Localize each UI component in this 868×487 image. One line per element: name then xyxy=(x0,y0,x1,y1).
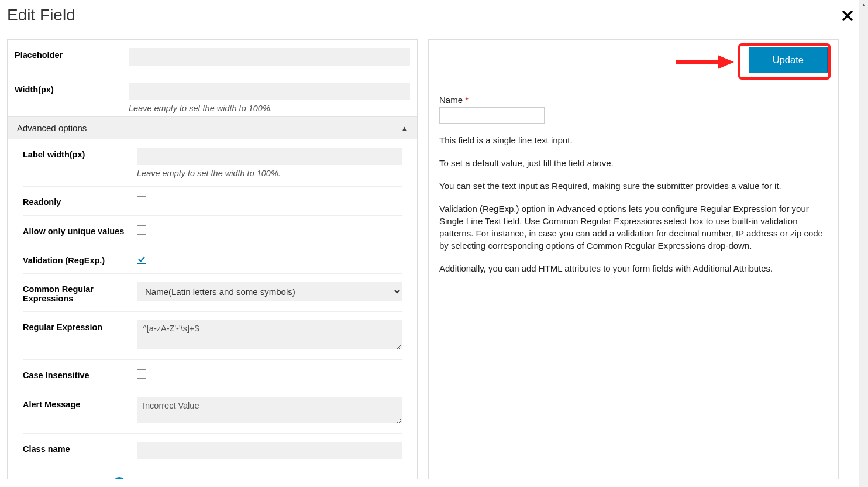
annotation-arrow-icon xyxy=(676,54,734,70)
modal-body: Placeholder Width(px) Leave empty to set… xyxy=(0,32,868,486)
common-regex-select[interactable]: Name(Latin letters and some symbols) xyxy=(137,282,402,301)
validation-checkbox[interactable] xyxy=(137,255,146,264)
alert-label: Alert Message xyxy=(23,397,137,409)
update-row: Update xyxy=(439,47,828,84)
readonly-checkbox[interactable] xyxy=(137,196,146,205)
placeholder-label: Placeholder xyxy=(15,48,129,60)
label-width-label: Label width(px) xyxy=(23,148,137,159)
label-width-hint: Leave empty to set the width to 100%. xyxy=(137,169,402,178)
required-star-icon: * xyxy=(465,95,469,105)
validation-row: Validation (RegExp.) xyxy=(23,245,402,274)
regex-input[interactable]: ^[a-zA-Z'-'\s]+$ xyxy=(137,320,402,349)
advanced-options-content: Label width(px) Leave empty to set the w… xyxy=(8,139,417,479)
help-text-1: This field is a single line text input. xyxy=(439,134,828,146)
advanced-options-toggle[interactable]: Advanced options ▲ xyxy=(8,116,417,139)
readonly-label: Readonly xyxy=(23,195,137,207)
common-regex-row: Common Regular Expressions Name(Latin le… xyxy=(23,274,402,312)
unique-row: Allow only unique values xyxy=(23,216,402,245)
class-row: Class name xyxy=(23,434,402,468)
preview-field-label: Name * xyxy=(439,95,828,105)
update-button[interactable]: Update xyxy=(749,47,828,73)
class-input[interactable] xyxy=(137,442,402,459)
svg-point-0 xyxy=(113,477,126,479)
help-text-4: Validation (RegExp.) option in Advanced … xyxy=(439,203,828,252)
alert-row: Alert Message Incorrect Value xyxy=(23,389,402,434)
common-regex-label: Common Regular Expressions xyxy=(23,282,137,303)
form-settings-panel: Placeholder Width(px) Leave empty to set… xyxy=(7,39,418,479)
help-text-5: Additionally, you can add HTML attribute… xyxy=(439,262,828,275)
advanced-options-label: Advanced options xyxy=(17,123,87,133)
width-label: Width(px) xyxy=(15,83,129,94)
case-checkbox[interactable] xyxy=(137,369,146,379)
label-width-input[interactable] xyxy=(137,148,402,165)
regex-label: Regular Expression xyxy=(23,320,137,332)
validation-label: Validation (RegExp.) xyxy=(23,253,137,265)
regex-row: Regular Expression ^[a-zA-Z'-'\s]+$ xyxy=(23,312,402,360)
close-icon[interactable] xyxy=(840,8,855,26)
label-width-row: Label width(px) Leave empty to set the w… xyxy=(23,139,402,187)
chevron-up-icon: ▲ xyxy=(401,125,408,132)
preview-panel: Update Name * This field is a single lin… xyxy=(428,39,839,479)
placeholder-input[interactable] xyxy=(129,48,410,66)
form-settings-scroll[interactable]: Placeholder Width(px) Leave empty to set… xyxy=(8,40,417,479)
help-text-2: To set a default value, just fill the fi… xyxy=(439,157,828,169)
readonly-row: Readonly xyxy=(23,187,402,216)
unique-label: Allow only unique values xyxy=(23,224,137,236)
page-scrollbar[interactable]: ▲ xyxy=(859,0,868,487)
placeholder-row: Placeholder xyxy=(15,40,410,74)
additional-attributes-row: Additional Attributes xyxy=(23,468,402,479)
modal-title: Edit Field xyxy=(7,6,75,25)
case-row: Case Insensitive xyxy=(23,360,402,389)
scroll-up-icon[interactable]: ▲ xyxy=(859,0,868,9)
edit-field-modal: Edit Field Placeholder Width(px) Lea xyxy=(0,0,868,487)
unique-checkbox[interactable] xyxy=(137,225,146,235)
case-label: Case Insensitive xyxy=(23,368,137,380)
class-label: Class name xyxy=(23,442,137,454)
width-input[interactable] xyxy=(129,83,410,100)
add-attribute-button[interactable] xyxy=(112,476,126,479)
help-text-3: You can set the text input as Required, … xyxy=(439,180,828,192)
svg-marker-2 xyxy=(718,55,734,69)
modal-header: Edit Field xyxy=(0,0,868,32)
width-row: Width(px) Leave empty to set the width t… xyxy=(15,74,410,116)
alert-input[interactable]: Incorrect Value xyxy=(137,397,402,423)
width-hint: Leave empty to set the width to 100%. xyxy=(129,104,410,113)
preview-name-input[interactable] xyxy=(439,107,545,124)
